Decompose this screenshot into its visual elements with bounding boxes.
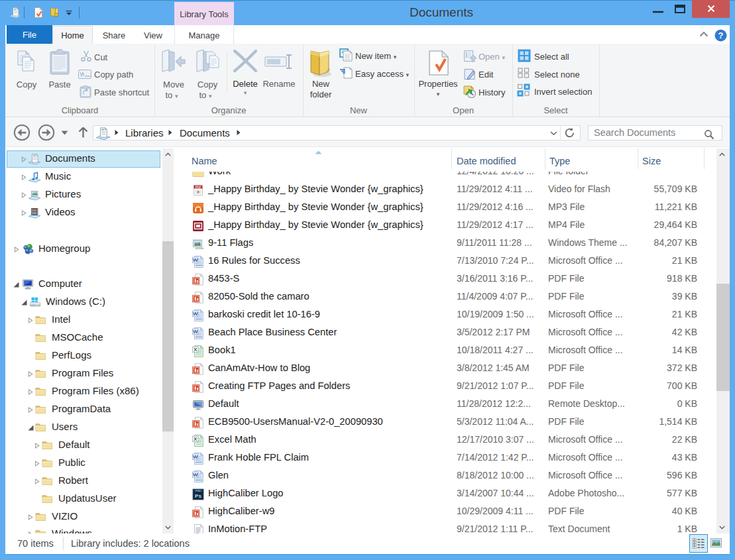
svg-text:FLV: FLV <box>196 186 201 189</box>
svg-text:W: W <box>193 454 198 460</box>
svg-text:?: ? <box>718 30 724 40</box>
svg-text:W: W <box>193 329 198 335</box>
svg-text:W: W <box>193 311 198 317</box>
svg-text:X: X <box>194 347 198 353</box>
svg-text:W: W <box>193 257 198 263</box>
svg-text:W: W <box>193 472 198 478</box>
svg-text:PSD: PSD <box>196 490 201 492</box>
svg-text:X: X <box>194 436 198 442</box>
svg-text:Ps: Ps <box>195 493 201 499</box>
